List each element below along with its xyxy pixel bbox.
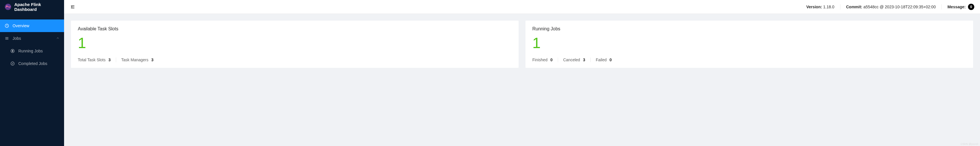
- svg-marker-8: [12, 50, 13, 51]
- stat-value: 3: [151, 58, 154, 62]
- version-value: 1.18.0: [823, 5, 834, 9]
- svg-point-2: [6, 6, 7, 6]
- canceled-stat: Canceled 3: [563, 58, 585, 62]
- commit-info: Commit: a5548cc @ 2023-10-18T22:09:35+02…: [846, 5, 935, 9]
- sidebar-item-completed-jobs[interactable]: Completed Jobs: [0, 57, 64, 70]
- overview-content: Available Task Slots 1 Total Task Slots …: [64, 14, 980, 75]
- commit-value: a5548cc @ 2023-10-18T22:09:35+02:00: [863, 5, 935, 9]
- flink-logo-icon: [5, 3, 11, 10]
- sidebar-item-label: Jobs: [13, 36, 21, 41]
- main-content: Version: 1.18.0 Commit: a5548cc @ 2023-1…: [64, 0, 980, 146]
- stat-label: Canceled: [563, 58, 580, 62]
- task-slots-card: Available Task Slots 1 Total Task Slots …: [71, 21, 519, 68]
- stat-label: Total Task Slots: [78, 58, 105, 62]
- stat-value: 0: [550, 58, 553, 62]
- finished-stat: Finished 0: [532, 58, 553, 62]
- running-jobs-value: 1: [532, 35, 966, 51]
- sidebar-item-label: Overview: [13, 24, 29, 28]
- stat-value: 3: [583, 58, 585, 62]
- failed-stat: Failed 0: [596, 58, 612, 62]
- svg-point-9: [11, 62, 14, 65]
- commit-label: Commit:: [846, 5, 862, 9]
- card-title: Running Jobs: [532, 26, 966, 32]
- running-jobs-card: Running Jobs 1 Finished 0 Canceled 3 Fai…: [525, 21, 973, 68]
- menu-fold-icon[interactable]: [70, 4, 76, 10]
- watermark: CSDN @yoo10: [961, 143, 978, 145]
- play-circle-icon: [10, 49, 15, 53]
- version-info: Version: 1.18.0: [807, 5, 834, 9]
- check-circle-icon: [10, 61, 15, 66]
- chevron-up-icon: [56, 36, 59, 41]
- bars-icon: [5, 36, 9, 41]
- stat-value: 0: [609, 58, 612, 62]
- message-info: Message: 0: [947, 4, 974, 10]
- svg-point-1: [6, 5, 8, 6]
- total-slots-stat: Total Task Slots 3: [78, 58, 111, 62]
- sidebar-item-overview[interactable]: Overview: [0, 19, 64, 32]
- divider: [558, 58, 558, 62]
- message-label: Message:: [947, 5, 966, 9]
- divider: [840, 4, 840, 10]
- sidebar-item-label: Running Jobs: [18, 49, 43, 53]
- app-title: Apache Flink Dashboard: [14, 2, 59, 12]
- top-header: Version: 1.18.0 Commit: a5548cc @ 2023-1…: [64, 0, 980, 14]
- divider: [941, 4, 942, 10]
- sidebar-header: Apache Flink Dashboard: [0, 0, 64, 14]
- message-count-badge[interactable]: 0: [968, 4, 974, 10]
- sidebar-nav: Overview Jobs: [0, 14, 64, 70]
- stat-label: Task Managers: [121, 58, 148, 62]
- task-managers-stat: Task Managers 3: [121, 58, 154, 62]
- sidebar-item-jobs[interactable]: Jobs: [0, 32, 64, 45]
- sidebar-item-label: Completed Jobs: [18, 61, 47, 66]
- stat-label: Failed: [596, 58, 607, 62]
- stat-label: Finished: [532, 58, 547, 62]
- divider: [590, 58, 591, 62]
- stat-value: 3: [108, 58, 111, 62]
- dashboard-icon: [5, 24, 9, 28]
- version-label: Version:: [807, 5, 822, 9]
- sidebar: Apache Flink Dashboard Overview: [0, 0, 64, 146]
- sidebar-item-running-jobs[interactable]: Running Jobs: [0, 45, 64, 57]
- card-title: Available Task Slots: [78, 26, 512, 32]
- available-slots-value: 1: [78, 35, 512, 51]
